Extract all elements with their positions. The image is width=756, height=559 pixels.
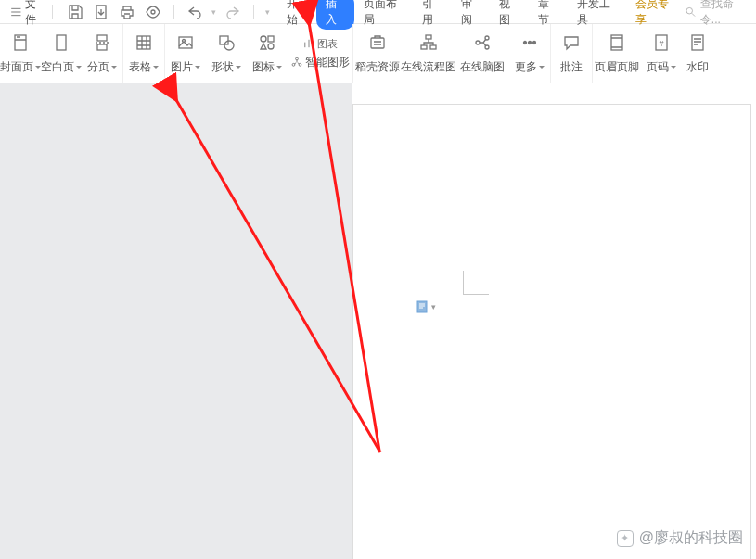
divider <box>52 5 53 19</box>
undo-icon[interactable] <box>186 3 204 21</box>
menu-hamburger-icon <box>9 3 23 21</box>
watermark-button[interactable]: 水印 <box>682 25 713 83</box>
svg-point-13 <box>268 44 274 49</box>
comment-icon <box>562 32 581 54</box>
shape-icon <box>217 32 236 54</box>
headerfooter-label: 页眉页脚 <box>595 59 639 75</box>
mindmap-label: 在线脑图 <box>460 59 505 75</box>
svg-rect-12 <box>268 36 274 42</box>
redo-icon[interactable] <box>224 3 242 21</box>
smartart-icon <box>290 56 303 69</box>
mindmap-button[interactable]: 在线脑图 <box>455 25 509 83</box>
image-watermark: ✦ @廖叔的科技圈 <box>617 528 743 548</box>
svg-point-0 <box>151 10 155 14</box>
svg-point-26 <box>533 42 536 44</box>
table-label: 表格 <box>129 59 159 75</box>
svg-point-11 <box>261 36 266 42</box>
picture-icon <box>176 32 195 54</box>
docer-label: 稻壳资源 <box>355 59 400 75</box>
group-illustrations: 图片 形状 图标 图表 智能图形 <box>165 24 353 83</box>
search-icon <box>685 6 697 19</box>
svg-text:#: # <box>659 39 663 48</box>
qat-customize-icon[interactable]: ▾ <box>265 7 270 17</box>
svg-point-10 <box>224 41 234 50</box>
shape-label: 形状 <box>211 59 241 75</box>
picture-label: 图片 <box>171 59 200 75</box>
group-resources: 稻壳资源 在线流程图 在线脑图 更多 <box>353 24 551 83</box>
svg-point-14 <box>296 57 299 60</box>
save-icon[interactable] <box>66 3 84 21</box>
more-label: 更多 <box>515 59 545 75</box>
menu-bar: 文件 ▾ ▾ 开始 插入 页面布局 引用 审阅 视图 章节 开发工具 会员专享 … <box>0 0 756 24</box>
cover-page-button[interactable]: 封面页 <box>0 25 41 83</box>
pagenum-label: 页码 <box>647 59 676 75</box>
divider <box>173 5 174 19</box>
more-icon <box>520 32 539 54</box>
svg-rect-18 <box>426 35 431 39</box>
divider <box>253 5 254 19</box>
svg-rect-6 <box>137 36 150 49</box>
dropdown-caret-icon[interactable]: ▾ <box>211 7 216 17</box>
chart-icon <box>302 37 315 50</box>
svg-rect-17 <box>371 38 384 48</box>
quick-access-toolbar: ▾ ▾ <box>58 3 277 21</box>
flowchart-icon <box>419 32 438 54</box>
workspace-background <box>0 83 352 559</box>
svg-rect-3 <box>57 35 66 50</box>
svg-rect-20 <box>430 45 436 49</box>
headerfooter-icon <box>608 32 626 54</box>
dropdown-caret-icon: ▾ <box>431 302 436 311</box>
pagenum-button[interactable]: # 页码 <box>641 25 682 83</box>
blank-page-icon <box>52 32 70 54</box>
group-table: 表格 <box>123 24 165 83</box>
export-icon[interactable] <box>92 3 110 21</box>
page-break-label: 分页 <box>87 59 117 75</box>
icon-label: 图标 <box>252 59 282 75</box>
cover-page-label: 封面页 <box>0 59 41 75</box>
blank-page-button[interactable]: 空白页 <box>41 25 82 83</box>
mindmap-icon <box>473 32 492 54</box>
flowchart-label: 在线流程图 <box>401 59 456 75</box>
icon-icon <box>258 32 276 54</box>
document-page[interactable] <box>352 104 751 559</box>
svg-rect-7 <box>179 37 192 48</box>
ribbon-insert: 封面页 空白页 分页 表格 图片 形状 图标 图表 <box>0 24 756 83</box>
document-icon <box>416 300 428 313</box>
preview-icon[interactable] <box>144 3 162 21</box>
svg-rect-31 <box>417 301 427 312</box>
picture-button[interactable]: 图片 <box>165 25 206 83</box>
watermark-label: 水印 <box>686 59 709 75</box>
document-workspace: ▾ <box>0 83 756 559</box>
svg-rect-4 <box>97 35 107 41</box>
pagenum-icon: # <box>652 32 671 54</box>
watermark-icon <box>688 32 707 54</box>
icon-button[interactable]: 图标 <box>247 25 288 83</box>
docer-icon <box>368 32 387 54</box>
svg-point-1 <box>686 7 693 14</box>
blank-page-label: 空白页 <box>41 59 82 75</box>
comment-label: 批注 <box>560 59 583 75</box>
smartart-label: 智能图形 <box>305 55 350 70</box>
page-break-button[interactable]: 分页 <box>82 25 122 83</box>
group-comment: 批注 <box>551 24 593 83</box>
table-button[interactable]: 表格 <box>123 25 164 83</box>
more-button[interactable]: 更多 <box>509 25 550 83</box>
headerfooter-button[interactable]: 页眉页脚 <box>593 25 641 83</box>
chart-smartart-button[interactable]: 图表 智能图形 <box>288 25 352 83</box>
svg-point-25 <box>529 42 532 44</box>
shape-button[interactable]: 形状 <box>206 25 247 83</box>
docer-button[interactable]: 稻壳资源 <box>353 25 402 83</box>
page-anchor-icon[interactable]: ▾ <box>416 300 436 313</box>
watermark-badge-icon: ✦ <box>617 530 634 547</box>
comment-button[interactable]: 批注 <box>551 25 592 83</box>
flowchart-button[interactable]: 在线流程图 <box>402 25 455 83</box>
print-icon[interactable] <box>118 3 136 21</box>
cover-page-icon <box>11 32 30 54</box>
svg-rect-19 <box>421 45 427 49</box>
svg-rect-5 <box>97 44 107 50</box>
svg-rect-9 <box>220 36 228 44</box>
table-icon <box>135 32 153 54</box>
group-headerfooter: 页眉页脚 # 页码 水印 <box>593 24 713 83</box>
svg-point-21 <box>476 41 480 44</box>
svg-point-24 <box>524 42 527 44</box>
